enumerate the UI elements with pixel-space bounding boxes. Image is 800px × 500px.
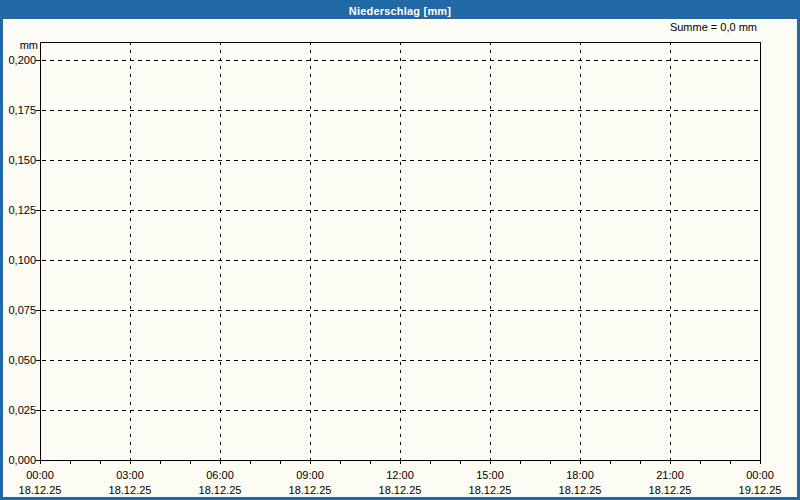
x-time-label: 12:00	[386, 469, 414, 481]
y-tick-label: 0,150	[8, 154, 36, 166]
x-date-label: 18.12.25	[559, 484, 602, 496]
precipitation-chart: 00:0018.12.2503:0018.12.2506:0018.12.250…	[0, 0, 800, 500]
y-tick-label: 0,025	[8, 404, 36, 416]
x-time-label: 15:00	[476, 469, 504, 481]
x-date-label: 18.12.25	[469, 484, 512, 496]
sum-annotation: Summe = 0,0 mm	[670, 21, 757, 33]
x-date-label: 18.12.25	[199, 484, 242, 496]
y-axis-unit-label: mm	[20, 39, 38, 51]
x-date-label: 19.12.25	[739, 484, 782, 496]
x-date-label: 18.12.25	[19, 484, 62, 496]
y-tick-label: 0,050	[8, 354, 36, 366]
y-tick-label: 0,000	[8, 454, 36, 466]
x-date-label: 18.12.25	[649, 484, 692, 496]
x-time-label: 09:00	[296, 469, 324, 481]
title-bar: Niederschlag [mm]	[3, 0, 797, 19]
x-time-label: 00:00	[746, 469, 774, 481]
x-date-label: 18.12.25	[379, 484, 422, 496]
y-tick-label: 0,200	[8, 54, 36, 66]
x-time-label: 03:00	[116, 469, 144, 481]
y-tick-label: 0,100	[8, 254, 36, 266]
x-date-label: 18.12.25	[109, 484, 152, 496]
x-time-label: 18:00	[566, 469, 594, 481]
x-time-label: 06:00	[206, 469, 234, 481]
plot-border	[40, 42, 760, 460]
x-time-label: 00:00	[26, 469, 54, 481]
chart-window: Niederschlag [mm] Summe = 0,0 mm 00:0018…	[0, 0, 800, 500]
x-date-label: 18.12.25	[289, 484, 332, 496]
y-tick-label: 0,125	[8, 204, 36, 216]
y-tick-label: 0,175	[8, 104, 36, 116]
x-time-label: 21:00	[656, 469, 684, 481]
chart-title: Niederschlag [mm]	[349, 5, 451, 17]
y-tick-label: 0,075	[8, 304, 36, 316]
